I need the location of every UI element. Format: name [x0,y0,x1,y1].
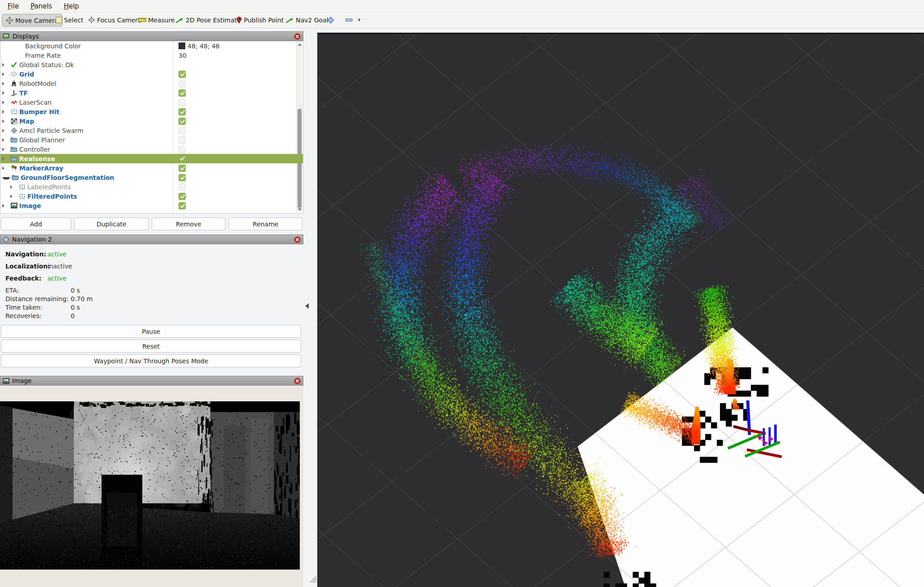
tool-label: Select [64,17,83,24]
navigation-panel-header[interactable]: Navigation 2 [0,234,303,244]
display-row-image[interactable]: Image [0,201,303,210]
tool-pose-estimate[interactable]: 2D Pose Estimate [174,14,243,26]
display-checkbox[interactable] [179,165,186,172]
display-label: MarkerArray [19,165,63,172]
status-value: active [47,251,67,258]
close-icon[interactable] [294,33,301,40]
display-row-realsense[interactable]: Realsense [0,154,303,163]
display-checkbox[interactable] [179,155,186,162]
display-checkbox[interactable] [179,202,186,209]
status-value: inactive [47,263,72,270]
expand-arrow-icon[interactable] [2,157,9,161]
display-row-tf[interactable]: TF [0,88,303,98]
close-icon[interactable] [294,236,301,243]
reset-button[interactable]: Reset [1,340,301,353]
pointcloud-icon [19,193,26,200]
expand-arrow-icon[interactable] [2,72,9,76]
folder-icon [10,156,17,162]
tool-add-tool[interactable] [325,14,336,26]
expand-arrow-icon[interactable] [2,166,9,170]
pose-cloud-icon [11,128,17,134]
display-row-labeledpoints[interactable]: LabeledPoints [0,182,303,191]
toolbar: Move CameraSelectFocus CameraMeasure2D P… [0,13,924,28]
image-icon [11,203,17,208]
display-checkbox[interactable] [179,183,186,191]
tool-focus-camera[interactable]: Focus Camera [86,14,143,26]
expand-arrow-icon[interactable] [2,110,9,114]
display-checkbox[interactable] [179,71,186,78]
metric-value: 0 s [71,304,80,311]
display-checkbox[interactable] [179,118,186,125]
image-panel-header[interactable]: Image [0,376,303,386]
tool-measure[interactable]: Measure [136,14,177,26]
nav-metric-distance-remaining-: Distance remaining:0.70 m [5,295,93,302]
waypoint-button[interactable]: Waypoint / Nav Through Poses Mode [1,354,301,367]
display-checkbox[interactable] [179,136,186,144]
expand-arrow-icon[interactable] [2,129,9,132]
expand-arrow-icon[interactable] [2,101,9,104]
tool-nav2-goal[interactable]: Nav2 Goal [284,14,330,26]
remove-button[interactable]: Remove [152,217,226,230]
expand-arrow-icon[interactable] [2,91,9,95]
expand-arrow-icon[interactable] [2,63,9,67]
tool-remove-tool[interactable]: ▾ [344,14,362,26]
display-row-bumper-hit[interactable]: Bumper Hit [0,107,303,116]
panel-collapse-icon[interactable] [305,303,309,309]
display-row-global-status-ok[interactable]: Global Status: Ok [0,60,303,69]
display-checkbox[interactable] [179,127,186,134]
add-button[interactable]: Add [1,217,71,230]
display-row-filteredpoints[interactable]: FilteredPoints [0,191,303,201]
display-label: Map [19,118,34,125]
map-icon [11,118,17,124]
tf-icon [11,90,17,96]
status-label: Navigation: [5,251,47,258]
expand-arrow-icon[interactable] [2,138,9,142]
tool-select[interactable]: Select [54,14,85,26]
3d-viewport[interactable] [317,33,924,587]
expand-arrow-icon[interactable] [10,185,17,189]
metric-value: 0.70 m [71,295,93,302]
display-row-global-planner[interactable]: Global Planner [0,135,303,145]
display-checkbox[interactable] [179,193,186,200]
display-checkbox[interactable] [179,89,186,97]
expand-arrow-icon[interactable] [2,119,9,123]
expand-arrow-icon[interactable] [2,204,9,208]
tool-publish-point[interactable]: Publish Point [234,14,285,26]
menu-item-file[interactable]: File [2,2,25,10]
display-row-markerarray[interactable]: MarkerArray [0,163,303,173]
select-icon [55,17,62,23]
property-value[interactable]: 48; 48; 48 [179,43,220,50]
pose-estimate-icon [175,17,184,23]
display-row-groundfloorsegmentation[interactable]: GroundFloorSegmentation [0,173,303,182]
display-row-grid[interactable]: Grid [0,69,303,79]
menu-item-panels[interactable]: Panels [25,2,58,10]
display-row-amcl-particle-swarm[interactable]: Amcl Particle Swarm [0,126,303,135]
expand-arrow-icon[interactable] [2,177,10,179]
displays-panel-header[interactable]: Displays [0,31,303,41]
menu-item-help[interactable]: Help [58,2,85,10]
expand-arrow-icon[interactable] [2,82,9,85]
pointcloud-icon [19,184,26,190]
dropdown-caret-icon[interactable]: ▾ [358,17,361,23]
property-value[interactable]: 30 [179,52,187,59]
display-row-frame-rate[interactable]: Frame Rate30 [0,51,303,60]
rename-button[interactable]: Rename [229,217,302,230]
display-row-robotmodel[interactable]: RobotModel [0,79,303,88]
duplicate-button[interactable]: Duplicate [74,217,149,230]
status-label: Feedback: [5,275,47,282]
display-checkbox[interactable] [179,99,186,106]
display-checkbox[interactable] [179,174,186,181]
color-swatch [179,43,185,49]
expand-arrow-icon[interactable] [10,195,17,198]
close-icon[interactable] [294,378,301,384]
pause-button[interactable]: Pause [1,325,301,338]
display-row-map[interactable]: Map [0,116,303,126]
display-row-background-color[interactable]: Background Color48; 48; 48 [0,41,303,51]
display-checkbox[interactable] [179,146,186,153]
resize-grip-icon[interactable] [308,574,317,585]
expand-arrow-icon[interactable] [2,148,9,151]
display-checkbox[interactable] [179,108,186,115]
display-row-controller[interactable]: Controller [0,145,303,154]
display-row-laserscan[interactable]: LaserScan [0,98,303,107]
display-checkbox[interactable] [179,80,186,87]
